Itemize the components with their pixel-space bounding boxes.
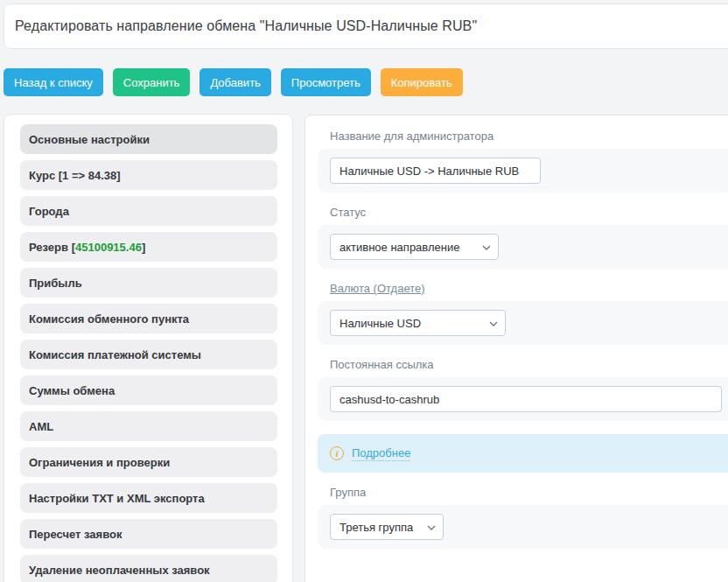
status-field-group: активное направление (318, 225, 728, 269)
sidebar-item-exchanger-commission[interactable]: Комиссия обменного пункта (20, 304, 277, 333)
add-button[interactable]: Добавить (200, 68, 270, 96)
info-icon: i (330, 446, 344, 460)
currency-give-label-link[interactable]: Валюта (Отдаете) (330, 282, 728, 295)
status-label: Статус (330, 206, 728, 219)
sidebar-item-payment-system-commission[interactable]: Комиссия платежной системы (20, 340, 277, 369)
group-field-group: Третья группа (318, 505, 728, 549)
permalink-label: Постоянная ссылка (330, 358, 728, 371)
save-button[interactable]: Сохранить (113, 68, 191, 96)
sidebar-item-reserve[interactable]: Резерв [45100915.46] (20, 232, 277, 262)
sidebar-item-recalc-orders[interactable]: Пересчет заявок (20, 519, 277, 549)
main-settings-form: Название для администратора Статус актив… (304, 115, 728, 582)
page-title: Редактировать направление обмена "Наличн… (15, 18, 477, 34)
group-select[interactable]: Третья группа (330, 514, 444, 540)
currency-give-select[interactable]: Наличные USD (330, 310, 506, 336)
currency-give-selected-value: Наличные USD (340, 317, 421, 330)
status-select[interactable]: активное направление (330, 234, 499, 260)
toolbar: Назад к списку Сохранить Добавить Просмо… (4, 68, 463, 96)
reserve-amount: 45100915.46 (75, 241, 142, 254)
sidebar-item-cities[interactable]: Города (20, 196, 277, 226)
chevron-down-icon (482, 245, 491, 250)
admin-name-label: Название для администратора (330, 130, 728, 143)
sidebar-item-txt-xml-export[interactable]: Настройки TXT и XML экспорта (20, 483, 277, 513)
details-link[interactable]: Подробнее (352, 445, 410, 461)
currency-give-field-group: Наличные USD (318, 301, 728, 345)
sidebar-item-aml[interactable]: AML (20, 411, 277, 441)
group-label: Группа (330, 486, 728, 499)
permalink-field-group (318, 377, 728, 421)
page-header: Редактировать направление обмена "Наличн… (4, 4, 728, 49)
admin-name-input[interactable] (330, 158, 541, 184)
back-to-list-button[interactable]: Назад к списку (4, 68, 103, 96)
sidebar-item-main-settings[interactable]: Основные настройки (20, 124, 277, 154)
admin-name-field-group (318, 149, 728, 193)
chevron-down-icon (489, 321, 498, 326)
sidebar-item-rate[interactable]: Курс [1 => 84.38] (20, 160, 277, 190)
chevron-down-icon (427, 525, 436, 530)
sidebar-item-profit[interactable]: Прибыль (20, 268, 277, 298)
permalink-input[interactable] (330, 386, 722, 412)
view-button[interactable]: Просмотреть (281, 68, 371, 96)
sidebar-item-delete-unpaid-orders[interactable]: Удаление неоплаченных заявок (20, 555, 277, 582)
sidebar-item-limits-checks[interactable]: Ограничения и проверки (20, 447, 277, 477)
sidebar-item-exchange-amounts[interactable]: Суммы обмена (20, 375, 277, 405)
settings-sidebar: Основные настройки Курс [1 => 84.38] Гор… (4, 114, 293, 582)
copy-button[interactable]: Копировать (381, 68, 463, 96)
info-box: i Подробнее (318, 434, 728, 473)
status-selected-value: активное направление (340, 241, 459, 254)
group-selected-value: Третья группа (340, 521, 413, 534)
